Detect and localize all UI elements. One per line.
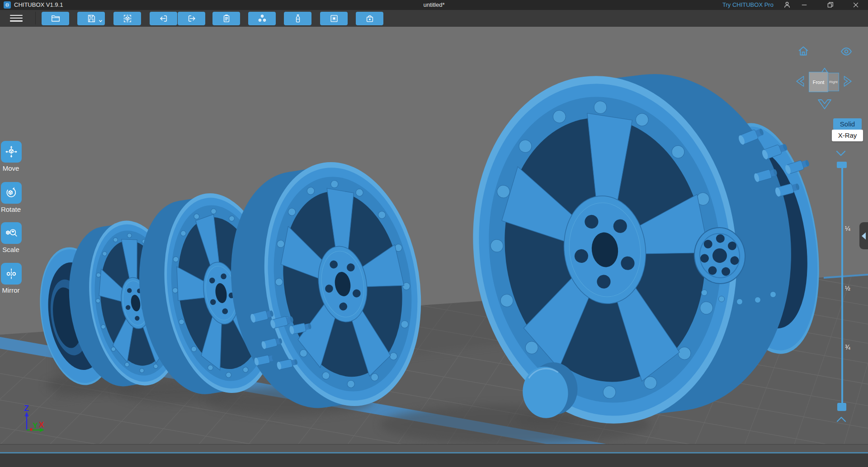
title-bar: CHITUBOX V1.9.1 untitled* Try CHITUBOX P… [0, 0, 868, 10]
rotate-icon [5, 186, 18, 200]
triangle-left-icon [861, 232, 867, 240]
left-tool-label: Move [0, 164, 28, 172]
mirror-tool-button[interactable] [1, 263, 22, 285]
rotate-tool-button[interactable] [1, 182, 22, 204]
left-tool-scale: Scale [0, 222, 36, 257]
axis-indicator: ZYX [13, 397, 62, 442]
arrow-left-icon [794, 73, 805, 89]
chevron-down-icon [99, 19, 103, 23]
slider-tick-label: ¾ [845, 344, 859, 351]
minimize-icon [800, 1, 808, 9]
render-mode-solid[interactable]: Solid [833, 118, 862, 130]
undo-icon [159, 14, 169, 23]
camera-icon [365, 14, 375, 23]
resin-bottle-icon [293, 14, 303, 23]
redo-icon [187, 14, 197, 23]
slider-tick-label: ½ [845, 285, 859, 292]
close-button[interactable] [850, 0, 862, 10]
layer-slider-bottom-handle[interactable] [837, 403, 846, 411]
bottom-status-bar [0, 453, 868, 467]
rotate-view-right-button[interactable] [843, 73, 854, 89]
left-tool-mirror: Mirror [0, 263, 36, 298]
y-axis-label: Y [33, 421, 38, 430]
app-title: CHITUBOX V1.9.1 [14, 1, 63, 8]
slider-bottom-chevron[interactable] [836, 416, 846, 422]
left-tool-label: Mirror [0, 286, 28, 294]
chevron-up-icon [836, 416, 846, 422]
auto-layout-icon [257, 14, 267, 23]
camera-button[interactable] [356, 12, 383, 25]
chitubox-window: { "title_bar": { "app_name": "CHITUBOX V… [0, 0, 868, 467]
auto-layout-button[interactable] [248, 12, 276, 25]
document-title: untitled* [424, 1, 445, 8]
mirror-icon [5, 267, 18, 280]
home-view-button[interactable] [797, 45, 809, 57]
copy-icon [222, 14, 231, 23]
scale-tool-button[interactable] [1, 222, 22, 244]
left-tool-rotate: Rotate [0, 182, 36, 217]
perspective-toggle-button[interactable] [840, 47, 853, 56]
hamburger-menu-icon[interactable] [10, 13, 23, 23]
copy-button[interactable] [212, 12, 240, 25]
view-cube-front-face[interactable]: Front [809, 72, 828, 92]
resin-button[interactable] [284, 12, 311, 25]
close-icon [852, 1, 860, 9]
screenshot-icon [329, 14, 339, 23]
open-file-button[interactable] [42, 12, 69, 25]
select-model-icon [123, 14, 132, 23]
scale-icon [5, 226, 18, 240]
move-icon [5, 145, 18, 159]
select-model-button[interactable] [113, 12, 141, 25]
toolbar-separator [35, 12, 36, 24]
left-tool-move: Move [0, 141, 36, 176]
slider-collapse-chevron[interactable] [836, 150, 846, 156]
arrow-down-icon [816, 98, 833, 111]
left-tool-label: Rotate [0, 205, 28, 213]
app-logo-icon [4, 1, 11, 9]
rotate-view-left-button[interactable] [794, 73, 805, 89]
save-icon [86, 14, 96, 23]
home-icon [797, 45, 809, 57]
render-mode-xray[interactable]: X-Ray [832, 130, 863, 141]
layer-slider-top-handle[interactable] [837, 162, 847, 168]
chevron-down-icon [836, 150, 846, 156]
try-pro-link[interactable]: Try CHITUBOX Pro [722, 1, 774, 8]
eye-icon [840, 47, 853, 56]
restore-icon [826, 1, 835, 9]
user-icon [783, 1, 791, 9]
open-folder-icon [51, 14, 61, 23]
redo-button[interactable] [178, 12, 205, 25]
save-button[interactable] [77, 12, 105, 25]
view-cube[interactable]: Front Right [809, 70, 840, 93]
slider-tick-label: ¼ [845, 225, 859, 232]
view-cube-right-face[interactable]: Right [828, 73, 839, 91]
undo-button[interactable] [150, 12, 177, 25]
toolbar-buttons [42, 12, 383, 25]
restore-button[interactable] [825, 0, 836, 10]
left-tool-label: Scale [0, 246, 28, 253]
x-axis-label: X [39, 420, 44, 429]
arrow-right-icon [843, 73, 854, 89]
main-toolbar [0, 10, 868, 27]
z-axis-label: Z [24, 404, 29, 413]
layer-slider-track[interactable] [841, 167, 843, 405]
rotate-view-down-button[interactable] [816, 98, 833, 111]
move-tool-button[interactable] [1, 141, 22, 163]
settings-panel-collapse-tab[interactable] [859, 222, 868, 249]
account-button[interactable] [781, 0, 793, 10]
screenshot-button[interactable] [320, 12, 348, 25]
minimize-button[interactable] [798, 0, 810, 10]
viewport-3d[interactable] [0, 26, 868, 452]
